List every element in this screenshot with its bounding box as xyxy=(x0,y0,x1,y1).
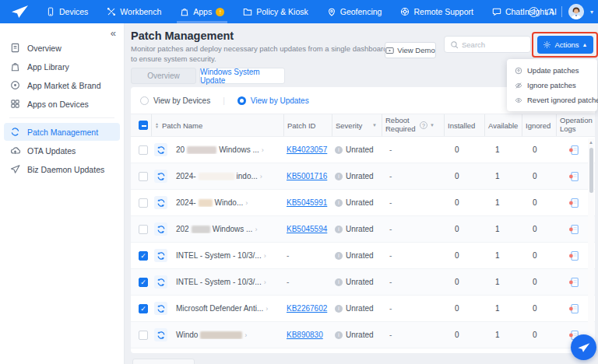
available-cell: 1 xyxy=(484,304,522,313)
severity-unrated-icon: i xyxy=(335,173,343,180)
patch-id-link: - xyxy=(287,251,289,260)
installed-cell: 0 xyxy=(444,331,484,339)
row-checkbox-cell xyxy=(131,172,151,181)
table-row[interactable]: 2024- indo... › KB5001716 i Unrated - 0 … xyxy=(131,163,595,190)
scrollbar[interactable]: ▲ xyxy=(588,138,594,350)
refresh-icon xyxy=(154,170,167,183)
menu-item-ignore-patches[interactable]: Ignore patches xyxy=(507,78,597,93)
table-row[interactable]: ✓ INTEL - System - 10/3/... › - i Unrate… xyxy=(131,243,595,269)
severity-text: Unrated xyxy=(346,251,374,260)
patch-id-cell: - xyxy=(283,278,332,286)
col-patch-name[interactable]: ▲▼ Patch Name xyxy=(151,114,283,136)
table-row[interactable]: ✓ INTEL - System - 10/3/... › - i Unrate… xyxy=(131,269,595,296)
row-refresh-cell xyxy=(151,275,173,289)
patch-name-cell: INTEL - System - 10/3/... › xyxy=(173,278,283,286)
tab-windows-system-update[interactable]: Windows System Update xyxy=(199,68,285,84)
filter-caret-icon[interactable]: ▼ xyxy=(430,123,434,128)
row-checkbox[interactable]: ✓ xyxy=(139,251,148,261)
help-icon[interactable]: ? xyxy=(529,7,539,17)
cutoff-button[interactable] xyxy=(132,359,195,364)
scrollbar-thumb[interactable] xyxy=(589,148,593,193)
operation-log-icon[interactable] xyxy=(568,145,579,156)
operation-log-icon[interactable] xyxy=(568,277,579,288)
chevron-down-icon[interactable]: ▾ xyxy=(590,9,593,16)
installed-cell: 0 xyxy=(444,225,484,233)
nav-item-policy-kiosk[interactable]: Policy & Kiosk xyxy=(234,0,318,23)
available-cell: 1 xyxy=(484,225,522,233)
operation-log-icon[interactable] xyxy=(568,224,579,235)
table-row[interactable]: 202 Windows ... › KB5045594 i Unrated - … xyxy=(131,216,595,243)
nav-item-devices[interactable]: Devices xyxy=(37,0,97,23)
view-by-updates-label[interactable]: View by Updates xyxy=(251,96,309,105)
sidebar-item-app-library[interactable]: App Library xyxy=(4,58,120,75)
tab-overview[interactable]: Overview xyxy=(131,68,196,84)
nav-item-geofencing[interactable]: Geofencing xyxy=(318,0,392,23)
send-icon xyxy=(10,164,20,174)
patch-name-text: indo... xyxy=(237,172,258,180)
patch-id-link[interactable]: KB890830 xyxy=(287,331,323,339)
operation-log-icon[interactable] xyxy=(568,250,579,261)
question-circle-icon[interactable]: ? xyxy=(420,121,427,129)
select-all-checkbox[interactable] xyxy=(139,121,148,130)
table-row[interactable]: Windo › KB890830 i Unrated - 0 1 0 xyxy=(131,322,595,348)
patch-name-text: 202 xyxy=(176,225,189,233)
menu-item-update-patches[interactable]: Update patches xyxy=(507,63,597,78)
operation-log-icon[interactable] xyxy=(568,303,579,314)
sidebar-item-patch-management[interactable]: Patch Management xyxy=(4,123,120,141)
row-checkbox[interactable] xyxy=(139,198,148,208)
support-headset-icon[interactable] xyxy=(545,7,555,17)
patch-name-text: 20 xyxy=(176,145,185,154)
radio-view-by-devices[interactable] xyxy=(140,96,149,105)
sidebar-item-overview[interactable]: Overview xyxy=(4,39,120,57)
patch-id-link[interactable]: KB5045594 xyxy=(287,225,327,233)
table-row[interactable]: 20 Windows ... › KB4023057 i Unrated - 0… xyxy=(131,137,595,163)
patch-id-link[interactable]: KB5045991 xyxy=(287,198,327,207)
brand-logo-icon[interactable] xyxy=(10,5,29,19)
menu-item-revert-ignored-patches[interactable]: Revert ignored patches xyxy=(507,93,597,107)
sort-icon[interactable]: ▲▼ xyxy=(155,122,159,129)
row-checkbox[interactable] xyxy=(139,331,148,340)
row-checkbox[interactable] xyxy=(139,145,148,155)
row-checkbox[interactable]: ✓ xyxy=(139,304,148,313)
patch-name-text: Windo... xyxy=(215,198,244,207)
nav-item-workbench[interactable]: Workbench xyxy=(97,0,171,23)
scroll-up-icon[interactable]: ▲ xyxy=(588,140,594,145)
filter-caret-icon[interactable]: ▼ xyxy=(372,123,377,128)
operation-log-icon[interactable] xyxy=(568,171,579,182)
severity-cell: i Unrated xyxy=(332,198,382,207)
patch-name-cell: 202 Windows ... › xyxy=(173,225,283,233)
ignored-cell: 0 xyxy=(522,304,556,313)
sidebar-item-ota-updates[interactable]: OTA Updates xyxy=(4,142,120,159)
row-checkbox[interactable] xyxy=(139,172,148,181)
patch-id-link[interactable]: KB4023057 xyxy=(287,145,327,154)
row-checkbox[interactable]: ✓ xyxy=(139,278,148,287)
table-row[interactable]: ✓ Microsoft Defender Anti... › KB2267602… xyxy=(131,296,595,322)
view-by-devices-label[interactable]: View by Devices xyxy=(153,96,210,105)
reboot-required-cell: - xyxy=(382,304,444,313)
operation-log-icon[interactable] xyxy=(568,198,579,208)
sidebar-collapse-icon[interactable]: « xyxy=(111,27,116,39)
search-input[interactable] xyxy=(462,40,524,49)
avatar[interactable] xyxy=(568,4,584,19)
workbench-icon xyxy=(107,7,116,16)
actions-button[interactable]: Actions ▲ xyxy=(537,36,593,54)
radio-view-by-updates[interactable] xyxy=(237,96,246,105)
view-demo-button[interactable]: View Demo xyxy=(385,42,436,58)
sidebar-item-app-market-brand[interactable]: App Market & Brand xyxy=(4,76,120,94)
sidebar-nav: Overview App Library App Market & Brand … xyxy=(0,39,124,178)
nav-item-remote-support[interactable]: Remote Support xyxy=(391,0,482,23)
header-checkbox-cell xyxy=(131,114,151,136)
row-refresh-cell xyxy=(151,143,173,156)
severity-text: Unrated xyxy=(346,331,374,339)
nav-item-apps[interactable]: Apps ↑ xyxy=(171,0,234,23)
floating-brand-button[interactable] xyxy=(571,334,596,360)
row-refresh-cell xyxy=(151,249,173,262)
sidebar-item-apps-on-devices[interactable]: Apps on Devices xyxy=(4,95,120,113)
sidebar-item-biz-daemon-updates[interactable]: Biz Daemon Updates xyxy=(4,160,120,178)
patch-id-link[interactable]: KB2267602 xyxy=(287,304,327,313)
table-row[interactable]: 2024- Windo... › KB5045991 i Unrated - 0… xyxy=(131,190,595,216)
row-checkbox[interactable] xyxy=(139,225,148,234)
row-refresh-cell xyxy=(151,302,173,315)
patch-id-link[interactable]: KB5001716 xyxy=(287,172,327,180)
col-ignored: Ignored xyxy=(522,114,556,136)
